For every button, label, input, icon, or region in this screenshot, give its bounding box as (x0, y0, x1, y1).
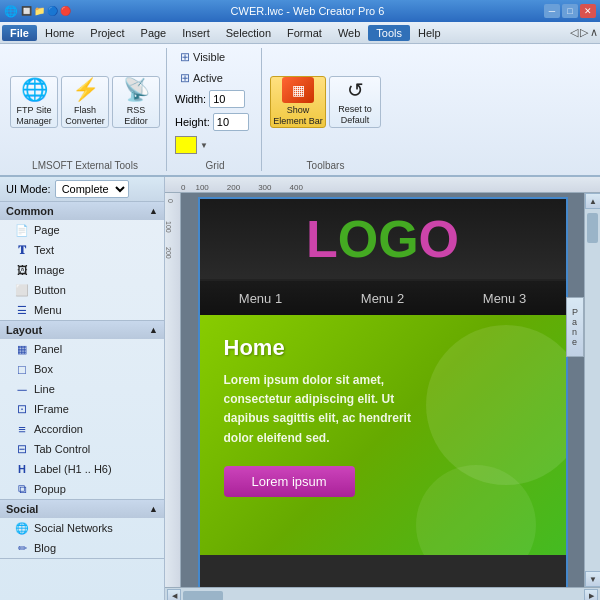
site-header: LOGO (200, 199, 566, 279)
show-element-bar-button[interactable]: ▦ ShowElement Bar (270, 76, 326, 128)
section-layout: Layout ▲ Panel Box Line IFrame (0, 321, 164, 500)
scroll-down-button[interactable]: ▼ (585, 571, 600, 587)
nav-menu2[interactable]: Menu 2 (345, 285, 420, 312)
tree-item-popup[interactable]: Popup (0, 479, 164, 499)
tree-item-blog[interactable]: Blog (0, 538, 164, 558)
ribbon-group-grid: ⊞ Visible ⊞ Active Width: Height: ▼ (169, 48, 262, 171)
nav-menu3[interactable]: Menu 3 (467, 285, 542, 312)
ui-mode-select[interactable]: Complete Standard Basic (55, 180, 129, 198)
nav-back-icon[interactable]: ◁ (570, 26, 578, 39)
menu-file[interactable]: File (2, 25, 37, 41)
tree-item-label[interactable]: Label (H1 .. H6) (0, 459, 164, 479)
tree-item-panel[interactable]: Panel (0, 339, 164, 359)
close-button[interactable]: ✕ (580, 4, 596, 18)
minimize-button[interactable]: ─ (544, 4, 560, 18)
menu-insert[interactable]: Insert (174, 25, 218, 41)
active-label: Active (193, 72, 223, 84)
tree-item-popup-label: Popup (34, 483, 66, 495)
tree-item-text-label: Text (34, 244, 54, 256)
menu-home[interactable]: Home (37, 25, 82, 41)
maximize-button[interactable]: □ (562, 4, 578, 18)
window-controls: ─ □ ✕ (544, 4, 596, 18)
menu-help[interactable]: Help (410, 25, 449, 41)
tree-item-button[interactable]: Button (0, 280, 164, 300)
scroll-thumb-v[interactable] (587, 213, 598, 243)
tree-item-text[interactable]: Text (0, 240, 164, 260)
tree-item-iframe[interactable]: IFrame (0, 399, 164, 419)
section-layout-label: Layout (6, 324, 42, 336)
nav-menu1[interactable]: Menu 1 (223, 285, 298, 312)
accordion-icon (14, 421, 30, 437)
menu-icon (14, 302, 30, 318)
section-common: Common ▲ Page Text Image Button (0, 202, 164, 321)
left-panel: UI Mode: Complete Standard Basic Common … (0, 177, 165, 600)
tree-item-page[interactable]: Page (0, 220, 164, 240)
social-networks-icon (14, 520, 30, 536)
tree-item-box-label: Box (34, 363, 53, 375)
site-lorem-button[interactable]: Lorem ipsum (224, 466, 355, 497)
section-common-label: Common (6, 205, 54, 217)
reset-to-default-button[interactable]: ↺ Reset toDefault (329, 76, 381, 128)
ui-mode-label: UI Mode: (6, 183, 51, 195)
tree-item-tab-control[interactable]: Tab Control (0, 439, 164, 459)
section-common-header[interactable]: Common ▲ (0, 202, 164, 220)
tree-item-line[interactable]: Line (0, 379, 164, 399)
height-input[interactable] (213, 113, 249, 131)
ftp-manager-button[interactable]: 🌐 FTP SiteManager (10, 76, 58, 128)
menu-web[interactable]: Web (330, 25, 368, 41)
iframe-icon (14, 401, 30, 417)
scroll-thumb-h[interactable] (183, 591, 223, 601)
text-icon (14, 242, 30, 258)
tree-item-accordion[interactable]: Accordion (0, 419, 164, 439)
flash-converter-button[interactable]: ⚡ FlashConverter (61, 76, 109, 128)
site-nav: Menu 1 Menu 2 Menu 3 (200, 279, 566, 315)
width-input[interactable] (209, 90, 245, 108)
grid-controls: ⊞ Visible ⊞ Active Width: Height: ▼ (175, 48, 255, 156)
section-layout-header[interactable]: Layout ▲ (0, 321, 164, 339)
bottom-scrollbar: ◀ ▶ (165, 587, 600, 600)
window-title: CWER.lwc - Web Creator Pro 6 (71, 5, 544, 17)
tree-item-social-networks-label: Social Networks (34, 522, 113, 534)
nav-forward-icon[interactable]: ▷ (580, 26, 588, 39)
site-home-title: Home (224, 335, 542, 361)
tree-item-image[interactable]: Image (0, 260, 164, 280)
tree-item-box[interactable]: Box (0, 359, 164, 379)
box-icon (14, 361, 30, 377)
color-picker[interactable] (175, 136, 197, 154)
menu-tools[interactable]: Tools (368, 25, 410, 41)
main-area: UI Mode: Complete Standard Basic Common … (0, 177, 600, 600)
canvas-viewport: 0 100 200 LOGO Menu 1 Menu 2 (165, 193, 600, 587)
tree-item-panel-label: Panel (34, 343, 62, 355)
menu-format[interactable]: Format (279, 25, 330, 41)
page-icon (14, 222, 30, 238)
rss-editor-button[interactable]: 📡 RSSEditor (112, 76, 160, 128)
menu-project[interactable]: Project (82, 25, 132, 41)
section-layout-chevron: ▲ (149, 325, 158, 335)
visible-checkbox-row[interactable]: ⊞ Visible (175, 48, 255, 66)
show-element-bar-icon: ▦ (282, 77, 314, 103)
minimize-ribbon-icon[interactable]: ∧ (590, 26, 598, 39)
section-social-header[interactable]: Social ▲ (0, 500, 164, 518)
site-body: Home Lorem ipsum dolor sit amet, consect… (200, 315, 566, 555)
ruler-horizontal: 0 100 200 300 400 (165, 177, 600, 193)
width-input-row: Width: (175, 90, 255, 108)
scroll-left-button[interactable]: ◀ (167, 589, 181, 601)
color-dropdown-arrow[interactable]: ▼ (200, 141, 208, 150)
side-panel-toggle[interactable]: Pane (566, 297, 584, 357)
tree-item-line-label: Line (34, 383, 55, 395)
active-checkbox-row[interactable]: ⊞ Active (175, 69, 255, 87)
reset-label: Reset toDefault (338, 104, 372, 126)
scroll-right-button[interactable]: ▶ (584, 589, 598, 601)
height-label: Height: (175, 116, 210, 128)
visible-label: Visible (193, 51, 225, 63)
menu-page[interactable]: Page (133, 25, 175, 41)
tree-item-menu[interactable]: Menu (0, 300, 164, 320)
canvas-scroll[interactable]: LOGO Menu 1 Menu 2 Menu 3 Home Lorem ips… (181, 193, 584, 587)
right-scrollbar: ▲ ▼ (584, 193, 600, 587)
tree-item-social-networks[interactable]: Social Networks (0, 518, 164, 538)
section-common-chevron: ▲ (149, 206, 158, 216)
tree-item-blog-label: Blog (34, 542, 56, 554)
scroll-up-button[interactable]: ▲ (585, 193, 600, 209)
ribbon-group-external-tools: 🌐 FTP SiteManager ⚡ FlashConverter 📡 RSS… (4, 48, 167, 171)
menu-selection[interactable]: Selection (218, 25, 279, 41)
